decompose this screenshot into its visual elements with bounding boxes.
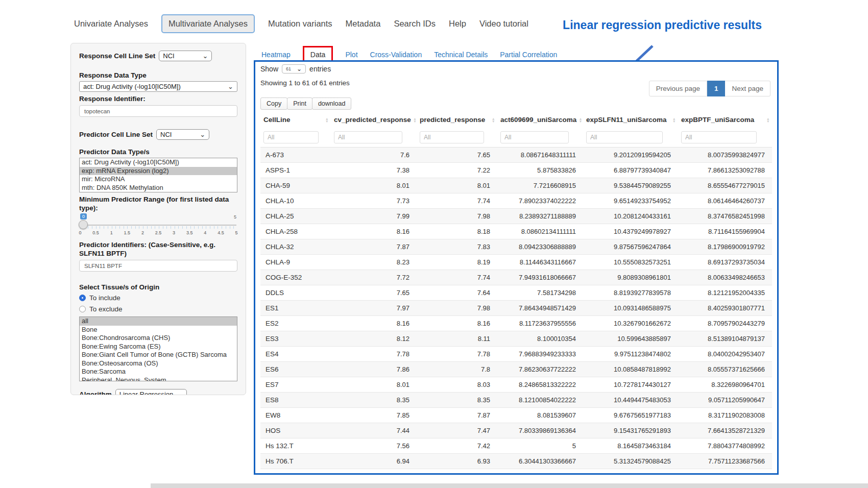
results-table: CellLine▴▾cv_predicted_response▴▾predict… — [260, 112, 772, 469]
nav-item-search-ids[interactable]: Search IDs — [394, 19, 436, 29]
predictor-identifiers-input[interactable] — [79, 260, 237, 272]
tissue-option-bone-chondrosarcoma-chs[interactable]: Bone:Chondrosarcoma (CHS) — [80, 334, 237, 343]
tissue-origin-label: Select Tissue/s of Origin — [79, 283, 237, 291]
cell-value: 8.1645873463184 — [583, 438, 678, 454]
nav-item-multivariate-analyses[interactable]: Multivariate Analyses — [161, 14, 255, 33]
previous-page-button[interactable]: Previous page — [649, 81, 707, 96]
response-cell-line-set-value: NCI — [163, 52, 174, 60]
cell-value: 8.35 — [331, 393, 417, 408]
cell-value: 9.53844579089255 — [583, 178, 678, 193]
tab-partial-correlation[interactable]: Partial Correlation — [500, 51, 557, 59]
radio-label: To include — [89, 294, 120, 302]
predictor-cell-line-set-select[interactable]: NCI ⌄ — [156, 129, 209, 140]
predictor-type-option-exp-mrna-expression-log2[interactable]: exp: mRNA Expression (log2) — [80, 167, 237, 176]
download-button[interactable]: download — [312, 97, 352, 110]
nav-item-video-tutorial[interactable]: Video tutorial — [479, 19, 528, 29]
next-page-button[interactable]: Next page — [725, 81, 770, 96]
nav-item-univariate-analyses[interactable]: Univariate Analyses — [74, 19, 148, 29]
table-row: EW87.857.878.0815396079.676756519771838.… — [260, 408, 772, 423]
sort-icon[interactable]: ▴▾ — [326, 117, 328, 123]
radio-to-exclude[interactable]: To exclude — [79, 305, 237, 313]
min-predictor-range-slider[interactable]: 0 5 00.511.522.533.544.55 — [80, 214, 236, 238]
table-row: CHLA-107.737.747.890233740222229.6514923… — [260, 193, 772, 209]
sort-icon[interactable]: ▴▾ — [673, 117, 675, 123]
column-header-expbptf-unisarcoma[interactable]: expBPTF_uniSarcoma▴▾ — [678, 112, 772, 127]
tissue-option-bone-giant-cell-tumor-of-bone-gctb-sarcoma[interactable]: Bone:Giant Cell Tumor of Bone (GCTB) Sar… — [80, 351, 237, 359]
column-header-act609699-unisarcoma[interactable]: act609699_uniSarcoma▴▾ — [497, 112, 583, 127]
column-header-cellline[interactable]: CellLine▴▾ — [260, 112, 331, 127]
column-header-expslfn11-unisarcoma[interactable]: expSLFN11_uniSarcoma▴▾ — [583, 112, 678, 127]
nav-item-help[interactable]: Help — [449, 19, 466, 29]
nav-item-mutation-variants[interactable]: Mutation variants — [268, 19, 332, 29]
tissue-option-bone-ewing-sarcoma-es[interactable]: Bone:Ewing Sarcoma (ES) — [80, 343, 237, 351]
tab-heatmap[interactable]: Heatmap — [261, 51, 291, 59]
column-header-predicted-response[interactable]: predicted_response▴▾ — [417, 112, 497, 127]
predictor-identifiers-label: Predictor Identifiers: (Case-Sensitive, … — [79, 240, 237, 258]
tissue-option-peripheral-nervous-system[interactable]: Peripheral_Nervous_System — [80, 376, 237, 382]
cell-value: 6.94 — [331, 454, 417, 469]
cell-value: 8.16 — [331, 316, 417, 331]
radio-button-icon[interactable] — [79, 295, 86, 301]
cell-value: 7.44 — [331, 423, 417, 438]
predictor-type-option-mth-dna-850k-methylation[interactable]: mth: DNA 850K Methylation — [80, 184, 237, 192]
predictor-type-option-act-drug-activity-log10-ic50m[interactable]: act: Drug Activity (-log10[IC50M]) — [80, 158, 237, 167]
filter-input-act609699-unisarcoma[interactable] — [500, 131, 569, 143]
cell-value: 8.81939277839578 — [583, 285, 678, 301]
cell-line-name: ES6 — [260, 362, 331, 377]
cell-value: 7.74 — [417, 270, 497, 285]
cell-value: 7.78 — [417, 347, 497, 362]
cell-value: 8.081539607 — [497, 408, 583, 423]
chevron-down-icon: ⌄ — [228, 84, 233, 89]
filter-input-expbptf-unisarcoma[interactable] — [681, 131, 757, 143]
copy-button[interactable]: Copy — [260, 97, 287, 110]
cell-value: 8.71164155969904 — [678, 224, 772, 239]
radio-button-icon[interactable] — [79, 306, 86, 312]
nav-item-metadata[interactable]: Metadata — [346, 19, 381, 29]
response-data-type-select[interactable]: act: Drug Activity (-log10[IC50M]) ⌄ — [79, 81, 237, 92]
min-predictor-range-label: Minimum Predictor Range (for first liste… — [79, 195, 237, 212]
response-identifier-input[interactable] — [79, 105, 237, 117]
cell-value: 7.56 — [331, 438, 417, 454]
filter-input-cellline[interactable] — [263, 131, 319, 143]
sort-icon[interactable]: ▴▾ — [580, 117, 582, 123]
cell-value: 8.04002042953407 — [678, 347, 772, 362]
algorithm-label: Algorithm — [79, 390, 112, 395]
tab-plot[interactable]: Plot — [345, 51, 357, 59]
sort-icon[interactable]: ▴▾ — [414, 117, 416, 123]
sort-icon[interactable]: ▴▾ — [492, 117, 494, 123]
slider-tick-label: 0 — [79, 230, 81, 235]
response-cell-line-set-select[interactable]: NCI ⌄ — [159, 51, 212, 61]
current-page-button[interactable]: 1 — [707, 81, 726, 96]
cell-line-name: COG-E-352 — [260, 270, 331, 285]
slider-track[interactable] — [80, 225, 236, 226]
table-row: ES17.977.987.8643494857142910.0931486588… — [260, 301, 772, 316]
column-header-cv-predicted-response[interactable]: cv_predicted_response▴▾ — [331, 112, 417, 127]
filter-input-predicted-response[interactable] — [420, 131, 484, 143]
predictor-type-option-mir-microrna[interactable]: mir: MicroRNA — [80, 175, 237, 184]
cell-value: 8.40259301807771 — [678, 301, 772, 316]
slider-tick-label: 3.5 — [186, 230, 193, 235]
table-row: ASPS-17.387.225.8758338266.8879773934084… — [260, 163, 772, 178]
cell-value: 8.05557371625666 — [678, 362, 772, 377]
tab-technical-details[interactable]: Technical Details — [434, 51, 488, 59]
cell-value: 7.64 — [417, 285, 497, 301]
entries-count-select[interactable]: 61 ⌄ — [282, 64, 306, 74]
cell-value: 8.01 — [417, 178, 497, 193]
tissue-option-bone-osteosarcoma-os[interactable]: Bone:Osteosarcoma (OS) — [80, 359, 237, 368]
print-button[interactable]: Print — [287, 97, 312, 110]
tissue-option-bone[interactable]: Bone — [80, 326, 237, 334]
table-row: CHLA-98.238.198.1144634311666710.5550832… — [260, 255, 772, 270]
tissue-option-bone-sarcoma[interactable]: Bone:Sarcoma — [80, 368, 237, 376]
tab-cross-validation[interactable]: Cross-Validation — [370, 51, 422, 59]
cell-value: 8.11 — [417, 331, 497, 347]
sort-icon[interactable]: ▴▾ — [767, 117, 769, 123]
filter-input-cv-predicted-response[interactable] — [334, 131, 402, 143]
tissue-option-all[interactable]: all — [80, 317, 237, 326]
chevron-down-icon: ⌄ — [297, 67, 302, 71]
slider-handle[interactable] — [79, 220, 88, 229]
table-row: ES47.787.787.968839492333339.97511238474… — [260, 347, 772, 362]
radio-to-include[interactable]: To include — [79, 294, 237, 302]
filter-input-expslfn11-unisarcoma[interactable] — [586, 131, 663, 143]
cell-value: 7.581734298 — [497, 285, 583, 301]
algorithm-select[interactable]: Linear Regression ⌄ — [115, 389, 187, 395]
